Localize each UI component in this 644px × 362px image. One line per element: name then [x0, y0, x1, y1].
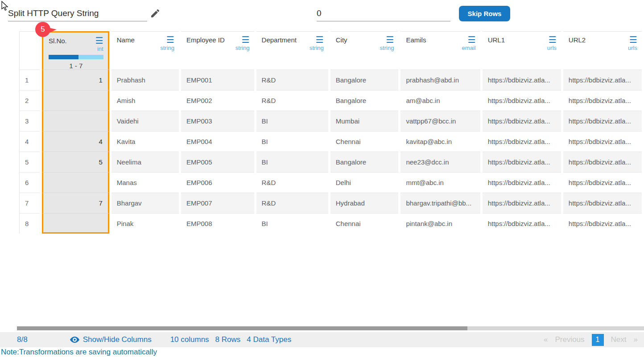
- cell-name[interactable]: Pinak: [111, 213, 179, 234]
- cell-slno[interactable]: [42, 172, 109, 193]
- cell-city[interactable]: Bangalore: [330, 152, 399, 172]
- cell-url2[interactable]: https://bdbizviz.atla...: [563, 213, 642, 234]
- cell-email[interactable]: kavitap@abc.in: [400, 131, 480, 152]
- transform-title-input[interactable]: [8, 5, 147, 21]
- column-menu-icon[interactable]: ☰: [549, 36, 557, 43]
- cell-email[interactable]: am@abc.in: [400, 90, 480, 111]
- cell-url1[interactable]: https://bdbizviz.atla...: [483, 70, 561, 90]
- next-page-button[interactable]: Next: [611, 335, 627, 344]
- cell-url2[interactable]: https://bdbizviz.atla...: [563, 193, 642, 213]
- column-menu-icon[interactable]: ☰: [468, 36, 476, 43]
- cell-slno[interactable]: 1: [42, 70, 109, 90]
- column-label: Department: [262, 36, 297, 44]
- row-number-cell[interactable]: 5: [19, 152, 40, 172]
- skip-rows-input[interactable]: [317, 5, 450, 21]
- cell-slno[interactable]: [42, 90, 109, 111]
- row-number-cell[interactable]: 3: [19, 111, 40, 131]
- cell-department[interactable]: BI: [256, 152, 328, 172]
- cell-url1[interactable]: https://bdbizviz.atla...: [483, 131, 561, 152]
- cell-employee-id[interactable]: EMP006: [181, 172, 254, 193]
- cell-name[interactable]: Vaidehi: [111, 111, 179, 131]
- cell-name[interactable]: Prabhash: [111, 70, 179, 90]
- row-number-cell[interactable]: 8: [19, 213, 40, 234]
- cell-employee-id[interactable]: EMP008: [181, 213, 254, 234]
- row-number-cell[interactable]: 7: [19, 193, 40, 213]
- column-menu-icon[interactable]: ☰: [166, 36, 174, 43]
- column-header-name[interactable]: Name☰ string: [111, 31, 179, 70]
- show-hide-columns-button[interactable]: Show/Hide Columns: [70, 335, 152, 344]
- cell-department[interactable]: BI: [256, 131, 328, 152]
- cell-name[interactable]: Amish: [111, 90, 179, 111]
- horizontal-scrollbar-thumb[interactable]: [17, 326, 467, 330]
- cell-employee-id[interactable]: EMP002: [181, 90, 254, 111]
- cell-employee-id[interactable]: EMP001: [181, 70, 254, 90]
- cell-url1[interactable]: https://bdbizviz.atla...: [483, 111, 561, 131]
- cell-department[interactable]: R&D: [256, 90, 328, 111]
- column-menu-icon[interactable]: ☰: [386, 36, 394, 43]
- cell-city[interactable]: Hydrabad: [330, 193, 399, 213]
- cell-slno[interactable]: 4: [42, 131, 109, 152]
- cell-department[interactable]: BI: [256, 213, 328, 234]
- cell-employee-id[interactable]: EMP003: [181, 111, 254, 131]
- cell-department[interactable]: R&D: [256, 70, 328, 90]
- cell-url2[interactable]: https://bdbizviz.atla...: [563, 131, 642, 152]
- column-menu-icon[interactable]: ☰: [316, 36, 324, 43]
- row-number-cell[interactable]: 1: [19, 70, 40, 90]
- cell-city[interactable]: Mumbai: [330, 111, 399, 131]
- cell-email[interactable]: pintank@abc.in: [400, 213, 480, 234]
- last-page-arrow[interactable]: »: [634, 335, 638, 344]
- cell-url1[interactable]: https://bdbizviz.atla...: [483, 90, 561, 111]
- cell-slno[interactable]: 7: [42, 193, 109, 213]
- horizontal-scrollbar-track[interactable]: [17, 326, 644, 330]
- column-header-url1[interactable]: URL1☰ urls: [483, 31, 561, 70]
- cell-employee-id[interactable]: EMP005: [181, 152, 254, 172]
- cell-url1[interactable]: https://bdbizviz.atla...: [483, 193, 561, 213]
- cell-url2[interactable]: https://bdbizviz.atla...: [563, 111, 642, 131]
- cell-slno[interactable]: [42, 111, 109, 131]
- cell-slno[interactable]: 5: [42, 152, 109, 172]
- column-header-employee-id[interactable]: Employee ID☰ string: [181, 31, 254, 70]
- cell-city[interactable]: Bangalore: [330, 70, 399, 90]
- row-number-cell[interactable]: 2: [19, 90, 40, 111]
- cell-email[interactable]: nee23@dcc.in: [400, 152, 480, 172]
- cell-url2[interactable]: https://bdbizviz.atla...: [563, 152, 642, 172]
- edit-pencil-icon[interactable]: [150, 8, 161, 19]
- current-page-button[interactable]: 1: [592, 334, 604, 346]
- cell-url2[interactable]: https://bdbizviz.atla...: [563, 172, 642, 193]
- cell-url1[interactable]: https://bdbizviz.atla...: [483, 172, 561, 193]
- column-header-emails[interactable]: Eamils☰ email: [400, 31, 480, 70]
- cell-employee-id[interactable]: EMP007: [181, 193, 254, 213]
- cell-email[interactable]: bhargav.tripathi@bb...: [400, 193, 480, 213]
- column-menu-icon[interactable]: ☰: [242, 36, 250, 43]
- cell-name[interactable]: Manas: [111, 172, 179, 193]
- cell-city[interactable]: Chennai: [330, 131, 399, 152]
- cell-email[interactable]: mmt@abc.in: [400, 172, 480, 193]
- cell-url2[interactable]: https://bdbizviz.atla...: [563, 90, 642, 111]
- cell-url1[interactable]: https://bdbizviz.atla...: [483, 152, 561, 172]
- column-header-city[interactable]: City☰ string: [330, 31, 399, 70]
- cell-employee-id[interactable]: EMP004: [181, 131, 254, 152]
- column-menu-icon[interactable]: ☰: [95, 37, 103, 44]
- cell-city[interactable]: Delhi: [330, 172, 399, 193]
- cell-name[interactable]: Neelima: [111, 152, 179, 172]
- cell-city[interactable]: Bangalore: [330, 90, 399, 111]
- cell-url1[interactable]: https://bdbizviz.atla...: [483, 213, 561, 234]
- cell-department[interactable]: R&D: [256, 193, 328, 213]
- column-header-url2[interactable]: URL2☰ urls: [563, 31, 642, 70]
- column-header-department[interactable]: Department☰ string: [256, 31, 328, 70]
- cell-email[interactable]: vattpp67@bcc.in: [400, 111, 480, 131]
- first-page-arrow[interactable]: «: [544, 335, 548, 344]
- row-number-cell[interactable]: 4: [19, 131, 40, 152]
- cell-name[interactable]: Bhargav: [111, 193, 179, 213]
- cell-city[interactable]: Chennai: [330, 213, 399, 234]
- cell-department[interactable]: BI: [256, 111, 328, 131]
- previous-page-button[interactable]: Previous: [555, 335, 584, 344]
- skip-rows-button[interactable]: Skip Rows: [459, 6, 510, 21]
- row-number-cell[interactable]: 6: [19, 172, 40, 193]
- cell-url2[interactable]: https://bdbizviz.atla...: [563, 70, 642, 90]
- cell-slno[interactable]: [42, 213, 109, 234]
- cell-email[interactable]: prabhash@abd.in: [400, 70, 480, 90]
- cell-department[interactable]: R&D: [256, 172, 328, 193]
- column-menu-icon[interactable]: ☰: [629, 36, 637, 43]
- cell-name[interactable]: Kavita: [111, 131, 179, 152]
